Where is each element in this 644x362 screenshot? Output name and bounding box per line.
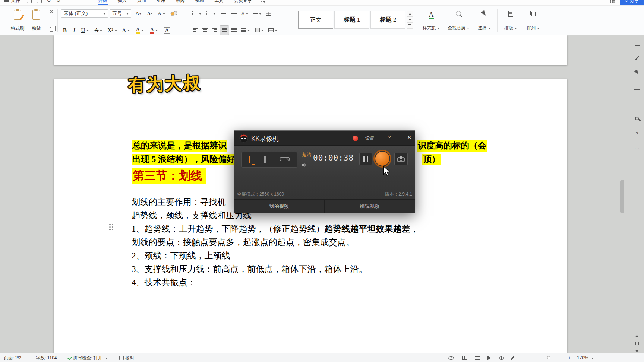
sort-button[interactable]: A bbox=[240, 9, 250, 18]
highlight-color-button[interactable]: A bbox=[133, 26, 146, 35]
select-button[interactable]: 选择 bbox=[474, 9, 494, 32]
tab-reference[interactable]: 引用 bbox=[151, 0, 171, 6]
redo-icon[interactable]: ↻ bbox=[56, 0, 60, 3]
char-border-button[interactable]: A bbox=[162, 26, 172, 35]
my-videos-button[interactable]: 我的视频 bbox=[234, 200, 325, 213]
strikethrough-button[interactable]: A bbox=[92, 26, 104, 35]
outline-view-icon[interactable] bbox=[475, 353, 480, 362]
bullet-list-button[interactable] bbox=[191, 9, 202, 18]
tab-home[interactable]: 开始 bbox=[93, 0, 113, 6]
tab-tools[interactable]: 工具 bbox=[209, 0, 229, 6]
copy-icon[interactable] bbox=[50, 27, 53, 32]
style-gallery-up[interactable] bbox=[407, 11, 413, 17]
borders-button[interactable] bbox=[267, 26, 279, 35]
style-set-button[interactable]: A 样式集 bbox=[420, 9, 443, 32]
increase-font-button[interactable]: A+ bbox=[133, 9, 143, 18]
font-size-select[interactable]: 五号 bbox=[110, 9, 131, 18]
hamburger-menu-icon[interactable] bbox=[4, 0, 9, 3]
columns-button[interactable] bbox=[264, 9, 273, 18]
apps-grid-icon[interactable] bbox=[610, 0, 615, 3]
numbered-list-button[interactable] bbox=[205, 9, 216, 18]
arrange-button[interactable]: 排列 bbox=[523, 9, 543, 32]
font-name-select[interactable]: 宋体 (正文) bbox=[61, 9, 108, 18]
style-gallery-down[interactable] bbox=[407, 17, 413, 23]
kk-close-button[interactable]: ✕ bbox=[407, 134, 412, 141]
page-view-icon[interactable] bbox=[462, 353, 467, 362]
layout-format-button[interactable] bbox=[252, 9, 262, 18]
print-icon[interactable] bbox=[37, 0, 42, 3]
more-options-icon[interactable]: ··· bbox=[630, 143, 644, 153]
screen-capture-mode-icon[interactable] bbox=[249, 156, 250, 163]
line-spacing-button[interactable] bbox=[239, 26, 251, 35]
page-indicator[interactable]: 页面: 2/2 bbox=[4, 353, 21, 362]
tools-wrench-icon[interactable] bbox=[630, 114, 644, 123]
play-slideshow-icon[interactable] bbox=[487, 353, 491, 362]
highlighter-tool-icon[interactable] bbox=[630, 53, 644, 63]
zoom-in-button[interactable]: + bbox=[568, 353, 571, 362]
word-count[interactable]: 字数: 1104 bbox=[36, 353, 57, 362]
typeset-button[interactable]: 排版 bbox=[500, 9, 521, 32]
bold-button[interactable]: B bbox=[60, 26, 69, 35]
italic-button[interactable]: I bbox=[70, 26, 78, 35]
kk-minimize-button[interactable]: – bbox=[397, 133, 401, 140]
decrease-font-button[interactable]: A- bbox=[145, 9, 154, 18]
align-center-button[interactable] bbox=[201, 26, 209, 35]
pause-button[interactable] bbox=[359, 153, 372, 165]
distribute-button[interactable] bbox=[230, 26, 239, 35]
zoom-level[interactable]: 170% bbox=[577, 353, 594, 362]
kk-title-bar[interactable]: KK录像机 设置 ? – ✕ bbox=[234, 131, 415, 146]
format-painter-button[interactable]: 格式刷 bbox=[9, 9, 26, 32]
record-stop-button[interactable] bbox=[373, 150, 391, 168]
help-icon[interactable]: ? bbox=[630, 128, 644, 138]
tab-view[interactable]: 视图 bbox=[190, 0, 209, 6]
next-page-button[interactable] bbox=[630, 347, 644, 353]
edit-videos-button[interactable]: 编辑视频 bbox=[325, 200, 415, 213]
decrease-indent-button[interactable] bbox=[219, 9, 228, 18]
zoom-slider-thumb[interactable] bbox=[547, 356, 550, 359]
game-capture-mode-icon[interactable] bbox=[280, 156, 290, 163]
eye-protect-icon[interactable] bbox=[448, 353, 454, 362]
page-previous[interactable] bbox=[54, 35, 567, 65]
save-icon[interactable] bbox=[27, 0, 32, 3]
style-normal[interactable]: 正文 bbox=[298, 11, 333, 29]
clear-format-button[interactable] bbox=[168, 9, 179, 18]
search-icon[interactable] bbox=[261, 0, 264, 2]
style-heading2[interactable]: 标题 2 bbox=[370, 11, 405, 29]
text-tools-button[interactable]: A bbox=[156, 9, 167, 18]
web-view-icon[interactable] bbox=[499, 353, 504, 362]
file-menu-button[interactable]: 文件 bbox=[11, 0, 23, 4]
cut-icon[interactable] bbox=[49, 9, 54, 14]
tab-member[interactable]: 会员专享 bbox=[229, 0, 257, 6]
proofread-button[interactable]: 校对 bbox=[119, 353, 134, 362]
edit-mode-icon[interactable] bbox=[512, 353, 513, 362]
find-replace-button[interactable]: 查找替换 bbox=[445, 9, 472, 32]
zoom-out-button[interactable]: − bbox=[528, 353, 531, 362]
window-capture-mode-icon[interactable] bbox=[264, 156, 266, 163]
screenshot-button[interactable] bbox=[394, 153, 408, 165]
tab-insert[interactable]: 插入 bbox=[113, 0, 132, 6]
increase-indent-button[interactable] bbox=[230, 9, 239, 18]
tab-review[interactable]: 审阅 bbox=[171, 0, 190, 6]
kk-help-button[interactable]: ? bbox=[388, 134, 391, 140]
share-button[interactable]: 分享 bbox=[620, 0, 644, 6]
document-check-icon[interactable] bbox=[630, 99, 644, 108]
undo-icon[interactable]: ↺ bbox=[47, 0, 51, 3]
vertical-scrollbar-thumb[interactable] bbox=[620, 180, 624, 213]
collapse-ribbon-icon[interactable] bbox=[630, 41, 644, 50]
tab-page[interactable]: 页面 bbox=[132, 0, 151, 6]
align-right-button[interactable] bbox=[210, 26, 219, 35]
font-color-button[interactable]: A bbox=[148, 26, 160, 35]
align-left-button[interactable] bbox=[191, 26, 200, 35]
style-heading1[interactable]: 标题 1 bbox=[334, 11, 369, 29]
paste-button[interactable]: 粘贴 bbox=[28, 9, 45, 32]
paragraph-drag-handle[interactable] bbox=[109, 224, 113, 230]
page-current[interactable] bbox=[54, 79, 567, 353]
text-effects-button[interactable]: A bbox=[120, 26, 132, 35]
shading-button[interactable] bbox=[253, 26, 265, 35]
document-area[interactable]: 有为大叔 总的来说是，是根据辨识 识度高的标的（会 出现 5 浪结构），风险偏好… bbox=[0, 35, 644, 353]
spell-check-status[interactable]: 拼写检查: 打开 bbox=[68, 353, 108, 362]
style-gallery-more[interactable] bbox=[407, 23, 413, 29]
settings-sliders-icon[interactable] bbox=[630, 83, 644, 93]
underline-button[interactable]: U bbox=[79, 26, 91, 35]
speaker-icon[interactable] bbox=[302, 162, 307, 169]
